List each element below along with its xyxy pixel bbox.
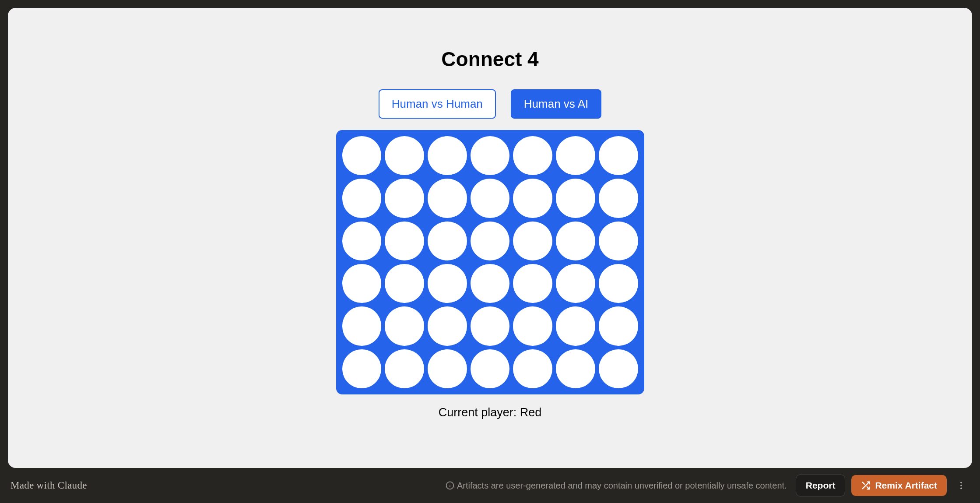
svg-point-8 [960, 488, 962, 489]
board-cell[interactable] [342, 264, 382, 303]
game-board [336, 130, 644, 394]
svg-point-6 [960, 482, 962, 484]
board-cell[interactable] [599, 349, 638, 388]
board-cell[interactable] [556, 136, 595, 175]
board-cell[interactable] [471, 179, 510, 218]
board-cell[interactable] [342, 349, 382, 388]
board-cell[interactable] [342, 136, 382, 175]
vertical-dots-icon [956, 481, 966, 490]
board-cell[interactable] [513, 349, 552, 388]
board-cell[interactable] [556, 349, 595, 388]
board-cell[interactable] [599, 136, 638, 175]
board-cell[interactable] [471, 264, 510, 303]
board-cell[interactable] [342, 179, 382, 218]
info-icon [446, 481, 454, 490]
disclaimer: Artifacts are user-generated and may con… [446, 481, 787, 491]
mode-human-vs-human-button[interactable]: Human vs Human [379, 89, 496, 119]
board-cell[interactable] [513, 222, 552, 260]
more-options-button[interactable] [953, 477, 969, 494]
board-cell[interactable] [471, 222, 510, 260]
board-cell[interactable] [556, 179, 595, 218]
board-cell[interactable] [556, 306, 595, 345]
board-cell[interactable] [385, 306, 424, 345]
mode-human-vs-ai-button[interactable]: Human vs AI [511, 89, 601, 119]
disclaimer-text: Artifacts are user-generated and may con… [457, 481, 787, 491]
shuffle-icon [861, 481, 871, 490]
made-with-claude-label[interactable]: Made with Claude [11, 480, 87, 491]
board-cell[interactable] [385, 179, 424, 218]
board-cell[interactable] [513, 306, 552, 345]
board-cell[interactable] [428, 264, 467, 303]
board-cell[interactable] [385, 136, 424, 175]
board-cell[interactable] [513, 136, 552, 175]
board-cell[interactable] [513, 264, 552, 303]
board-cell[interactable] [513, 179, 552, 218]
board-cell[interactable] [342, 306, 382, 345]
current-player-status: Current player: Red [439, 406, 542, 419]
board-cell[interactable] [385, 264, 424, 303]
board-cell[interactable] [599, 222, 638, 260]
board-cell[interactable] [471, 306, 510, 345]
board-cell[interactable] [599, 306, 638, 345]
report-button[interactable]: Report [796, 475, 846, 496]
svg-point-7 [960, 485, 962, 486]
board-cell[interactable] [385, 349, 424, 388]
remix-artifact-button[interactable]: Remix Artifact [851, 475, 947, 496]
board-cell[interactable] [428, 136, 467, 175]
board-cell[interactable] [428, 222, 467, 260]
mode-selector: Human vs Human Human vs AI [379, 89, 601, 119]
board-cell[interactable] [556, 264, 595, 303]
board-cell[interactable] [385, 222, 424, 260]
game-title: Connect 4 [441, 47, 538, 71]
board-cell[interactable] [556, 222, 595, 260]
board-cell[interactable] [428, 306, 467, 345]
board-cell[interactable] [428, 349, 467, 388]
board-cell[interactable] [599, 264, 638, 303]
svg-line-5 [863, 482, 865, 485]
artifact-frame: Connect 4 Human vs Human Human vs AI Cur… [8, 8, 972, 468]
board-cell[interactable] [471, 349, 510, 388]
board-cell[interactable] [599, 179, 638, 218]
board-cell[interactable] [428, 179, 467, 218]
board-cell[interactable] [471, 136, 510, 175]
board-cell[interactable] [342, 222, 382, 260]
remix-label: Remix Artifact [875, 480, 937, 491]
footer-bar: Made with Claude Artifacts are user-gene… [0, 468, 980, 503]
